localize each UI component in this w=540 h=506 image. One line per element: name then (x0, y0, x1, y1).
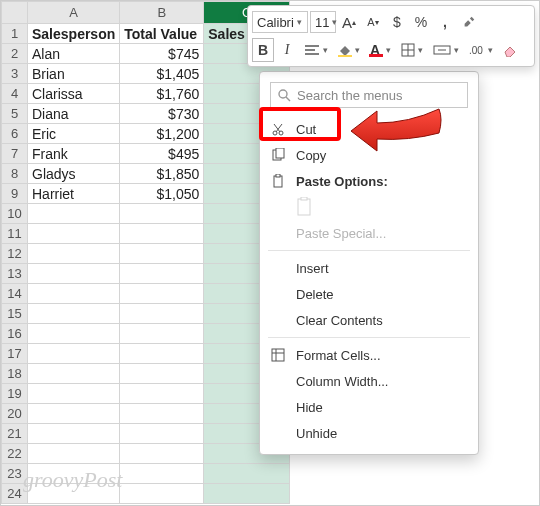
row-header[interactable]: 10 (2, 204, 28, 224)
cell[interactable] (120, 244, 204, 264)
cell[interactable]: $1,050 (120, 184, 204, 204)
row-header[interactable]: 4 (2, 84, 28, 104)
bold-button[interactable]: B (252, 38, 274, 62)
menu-item-clear-contents[interactable]: Clear Contents (260, 307, 478, 333)
cell[interactable]: $730 (120, 104, 204, 124)
cell[interactable]: $1,850 (120, 164, 204, 184)
cell[interactable] (120, 404, 204, 424)
menu-item-cut[interactable]: Cut (260, 116, 478, 142)
menu-search-input[interactable]: Search the menus (270, 82, 468, 108)
clear-formatting-button[interactable] (499, 38, 521, 62)
cell[interactable]: $745 (120, 44, 204, 64)
row-header[interactable]: 5 (2, 104, 28, 124)
cell[interactable] (28, 384, 120, 404)
menu-item-unhide[interactable]: Unhide (260, 420, 478, 446)
row-header[interactable]: 9 (2, 184, 28, 204)
borders-button[interactable]: ▾ (397, 38, 427, 62)
menu-item-hide[interactable]: Hide (260, 394, 478, 420)
italic-button[interactable]: I (276, 38, 298, 62)
row-header[interactable]: 20 (2, 404, 28, 424)
cell[interactable] (28, 344, 120, 364)
cell[interactable] (28, 224, 120, 244)
menu-item-column-width[interactable]: Column Width... (260, 368, 478, 394)
row-header[interactable]: 7 (2, 144, 28, 164)
row-header[interactable]: 18 (2, 364, 28, 384)
cell[interactable] (28, 264, 120, 284)
menu-item-delete[interactable]: Delete (260, 281, 478, 307)
cell[interactable] (28, 464, 120, 484)
cell[interactable] (28, 324, 120, 344)
cell[interactable] (120, 344, 204, 364)
cell[interactable] (120, 484, 204, 504)
menu-item-format-cells[interactable]: Format Cells... (260, 342, 478, 368)
row-header[interactable]: 6 (2, 124, 28, 144)
cell[interactable] (28, 204, 120, 224)
cell[interactable] (120, 424, 204, 444)
cell[interactable]: Diana (28, 104, 120, 124)
cell[interactable] (28, 444, 120, 464)
font-size-select[interactable]: 11▾ (310, 11, 336, 33)
cell[interactable]: Brian (28, 64, 120, 84)
cell-B1[interactable]: Total Value (120, 24, 204, 44)
cell[interactable]: Clarissa (28, 84, 120, 104)
row-header[interactable]: 24 (2, 484, 28, 504)
menu-item-insert[interactable]: Insert (260, 255, 478, 281)
cell[interactable]: Frank (28, 144, 120, 164)
cell[interactable] (120, 444, 204, 464)
menu-item-copy[interactable]: Copy (260, 142, 478, 168)
row-header[interactable]: 15 (2, 304, 28, 324)
cell[interactable] (28, 364, 120, 384)
increase-font-button[interactable]: A▴ (338, 10, 360, 34)
cell[interactable] (204, 484, 290, 504)
cell[interactable] (28, 244, 120, 264)
row-header[interactable]: 16 (2, 324, 28, 344)
cell[interactable] (120, 324, 204, 344)
cell[interactable] (28, 404, 120, 424)
row-header[interactable]: 3 (2, 64, 28, 84)
cell[interactable]: Gladys (28, 164, 120, 184)
cell[interactable]: Eric (28, 124, 120, 144)
decrease-font-button[interactable]: A▾ (362, 10, 384, 34)
cell[interactable] (120, 304, 204, 324)
col-header-A[interactable]: A (28, 2, 120, 24)
cell[interactable]: Alan (28, 44, 120, 64)
row-header[interactable]: 17 (2, 344, 28, 364)
cell[interactable] (120, 384, 204, 404)
font-color-button[interactable]: A ▾ (366, 38, 395, 62)
row-header[interactable]: 22 (2, 444, 28, 464)
row-header[interactable]: 23 (2, 464, 28, 484)
cell[interactable]: $1,200 (120, 124, 204, 144)
row-header[interactable]: 2 (2, 44, 28, 64)
cell[interactable] (120, 284, 204, 304)
cell[interactable] (28, 484, 120, 504)
cell[interactable] (28, 284, 120, 304)
cell[interactable]: Harriet (28, 184, 120, 204)
row-header[interactable]: 21 (2, 424, 28, 444)
number-format-button[interactable]: .00▾ (465, 38, 497, 62)
percent-button[interactable]: % (410, 10, 432, 34)
row-header[interactable]: 11 (2, 224, 28, 244)
cell[interactable] (120, 204, 204, 224)
cell[interactable] (120, 264, 204, 284)
col-header-B[interactable]: B (120, 2, 204, 24)
fill-color-button[interactable]: ▾ (334, 38, 364, 62)
font-name-select[interactable]: Calibri▾ (252, 11, 308, 33)
cell[interactable] (204, 464, 290, 484)
merge-center-button[interactable]: ▾ (429, 38, 463, 62)
format-painter-button[interactable] (458, 10, 480, 34)
cell[interactable] (28, 424, 120, 444)
cell[interactable] (120, 224, 204, 244)
row-header[interactable]: 19 (2, 384, 28, 404)
align-button[interactable]: ▾ (300, 38, 332, 62)
cell[interactable] (120, 364, 204, 384)
spreadsheet-grid[interactable]: A B C 1 Salesperson Total Value Sales 2A… (1, 1, 290, 504)
cell[interactable] (28, 304, 120, 324)
cell-A1[interactable]: Salesperson (28, 24, 120, 44)
cell[interactable]: $1,760 (120, 84, 204, 104)
currency-button[interactable]: $ (386, 10, 408, 34)
cell[interactable]: $1,405 (120, 64, 204, 84)
comma-style-button[interactable]: , (434, 10, 456, 34)
row-header[interactable]: 8 (2, 164, 28, 184)
cell[interactable]: $495 (120, 144, 204, 164)
cell[interactable] (120, 464, 204, 484)
